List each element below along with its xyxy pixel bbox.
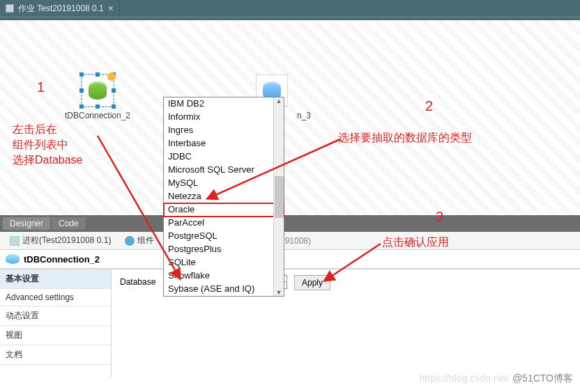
properties-sidebar: 基本设置 Advanced settings 动态设置 视图 文档	[0, 269, 112, 377]
dropdown-option[interactable]: Informix	[164, 111, 284, 124]
dropdown-option[interactable]: Interbase	[164, 137, 284, 150]
properties-panel: 基本设置 Advanced settings 动态设置 视图 文档 Databa…	[0, 269, 580, 377]
editor-tab[interactable]: 作业 Test20191008 0.1 ×	[0, 0, 120, 17]
component-label: tDBConnection_2	[56, 111, 139, 120]
sidebar-item-docs[interactable]: 文档	[0, 345, 111, 365]
dropdown-option[interactable]: MySQL	[164, 177, 284, 190]
dropdown-option[interactable]: ParAccel	[164, 217, 284, 230]
sidebar-item-dynamic[interactable]: 动态设置	[0, 306, 111, 326]
watermark: https://blog.csdn.net/ @51CTO博客	[420, 373, 573, 385]
component-tdbconnection-2[interactable]: tDBConnection_2	[56, 75, 139, 120]
dropdown-scrollbar[interactable]: ▲ ▼	[273, 97, 284, 296]
database-icon	[89, 81, 107, 100]
dropdown-option[interactable]: JDBC	[164, 150, 284, 164]
scroll-down-icon[interactable]: ▼	[276, 289, 282, 296]
dropdown-option[interactable]: SQLite	[164, 256, 284, 269]
designer-tabs: Designer Code	[0, 215, 580, 232]
tab-designer[interactable]: Designer	[3, 217, 50, 230]
process-label: 进程(Test20191008 0.1)	[22, 235, 111, 246]
dropdown-option[interactable]: Netezza	[164, 190, 284, 203]
editor-tab-label: 作业 Test20191008 0.1	[18, 3, 104, 15]
title-bar: 作业 Test20191008 0.1 ×	[0, 0, 580, 17]
close-icon[interactable]: ×	[108, 3, 114, 14]
sidebar-item-view[interactable]: 视图	[0, 326, 111, 345]
component-tab-label: 组件	[137, 235, 154, 246]
process-tab[interactable]: 进程(Test20191008 0.1)	[6, 235, 115, 246]
sidebar-item-basic[interactable]: 基本设置	[0, 269, 111, 289]
info-bar: 进程(Test20191008 0.1) 组件 0191008)	[0, 232, 580, 250]
watermark-left: https://blog.csdn.net/	[420, 373, 510, 384]
document-icon	[6, 4, 14, 13]
component-tab-icon	[125, 236, 135, 246]
scroll-up-icon[interactable]: ▲	[276, 97, 282, 104]
scroll-thumb[interactable]	[275, 176, 284, 218]
dropdown-option[interactable]: Ingres	[164, 124, 284, 137]
component-icon	[82, 75, 114, 107]
dropdown-option[interactable]: Oracle	[164, 203, 284, 217]
watermark-right: @51CTO博客	[512, 373, 573, 384]
process-icon	[10, 236, 20, 246]
tab-code[interactable]: Code	[52, 217, 86, 230]
apply-button[interactable]: Apply	[294, 275, 330, 290]
dropdown-option[interactable]: PostgreSQL	[164, 230, 284, 243]
selection-name: tDBConnection_2	[24, 254, 100, 265]
gear-icon	[107, 72, 116, 81]
dropdown-option[interactable]: IBM DB2	[164, 97, 284, 111]
database-dropdown[interactable]: IBM DB2InformixIngresInterbaseJDBCMicros…	[163, 97, 284, 297]
component-tab[interactable]: 组件	[121, 235, 158, 246]
sidebar-item-advanced[interactable]: Advanced settings	[0, 289, 111, 306]
dropdown-option[interactable]: Microsoft SQL Server	[164, 164, 284, 177]
selection-header: tDBConnection_2	[0, 250, 580, 269]
dropdown-option[interactable]: Sybase (ASE and IQ)	[164, 283, 284, 296]
design-canvas[interactable]: tDBConnection_2 n_3	[0, 20, 580, 215]
dropdown-option[interactable]: Snowflake	[164, 269, 284, 283]
database-icon	[6, 254, 20, 264]
dropdown-option[interactable]: PostgresPlus	[164, 243, 284, 256]
